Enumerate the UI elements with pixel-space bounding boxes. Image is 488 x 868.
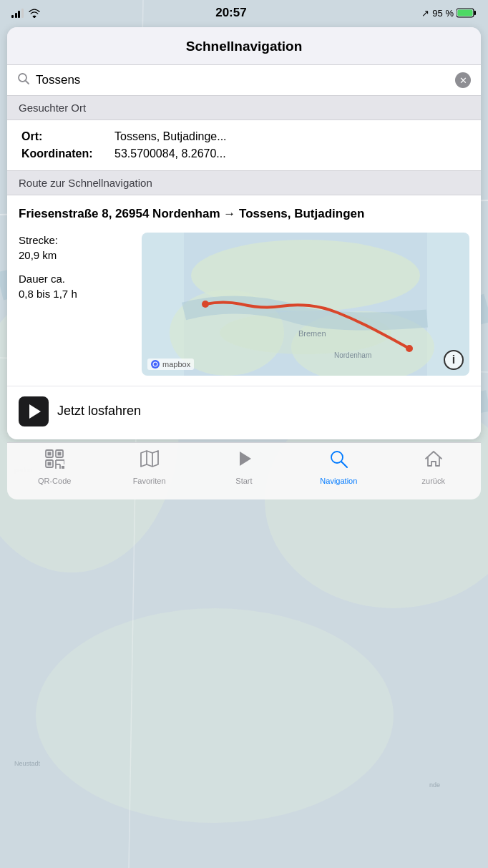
- route-map-thumbnail: Bremen Nordenham mapbox i: [142, 233, 469, 376]
- strecke-stat: Strecke:20,9 km: [19, 233, 133, 263]
- tab-label-favoriten: Favoriten: [133, 477, 166, 485]
- clear-button[interactable]: ✕: [455, 72, 471, 88]
- strecke-value: 20,9 km: [19, 249, 57, 261]
- qr-code-icon: [44, 449, 64, 474]
- start-button-wrap: Jetzt losfahren: [7, 386, 481, 439]
- svg-text:Neustadt: Neustadt: [14, 760, 41, 767]
- svg-point-4: [36, 608, 394, 823]
- dauer-stat: Dauer ca.0,8 bis 1,7 h: [19, 271, 133, 301]
- panel-title: Schnellnavigation: [7, 27, 481, 65]
- route-to: Tossens, Butjadingen: [239, 207, 364, 220]
- route-header: Route zur Schnellnavigation: [7, 171, 481, 195]
- svg-line-25: [26, 81, 29, 84]
- battery-percent: 95 %: [432, 8, 454, 19]
- play-triangle-icon: [29, 404, 41, 419]
- play-icon-box: [19, 396, 49, 426]
- route-stats: Strecke:20,9 km Dauer ca.0,8 bis 1,7 h: [19, 233, 133, 386]
- tab-item-navigation[interactable]: Navigation: [317, 449, 360, 485]
- status-bar: 20:57 ↗ 95 %: [0, 0, 488, 24]
- svg-rect-42: [48, 462, 52, 465]
- route-title: Friesenstraße 8, 26954 Nordenham → Tosse…: [19, 205, 469, 223]
- status-left: [11, 8, 41, 18]
- svg-point-34: [406, 345, 413, 352]
- mapbox-logo: mapbox: [147, 359, 194, 370]
- svg-line-53: [342, 462, 348, 467]
- gesuchter-ort-header: Gesuchter Ort: [7, 96, 481, 120]
- svg-marker-51: [240, 452, 251, 466]
- location-info: Ort: Tossens, Butjadinge... Koordinaten:…: [7, 120, 481, 171]
- ort-row: Ort: Tossens, Butjadinge...: [21, 130, 467, 143]
- tab-label-zuruck: zurück: [422, 477, 445, 485]
- route-body: Strecke:20,9 km Dauer ca.0,8 bis 1,7 h B…: [19, 233, 469, 386]
- status-right: ↗ 95 %: [421, 8, 477, 19]
- search-input[interactable]: [36, 73, 449, 87]
- route-content: Friesenstraße 8, 26954 Nordenham → Tosse…: [7, 195, 481, 386]
- start-navigation-button[interactable]: Jetzt losfahren: [19, 396, 141, 426]
- svg-rect-48: [62, 466, 64, 469]
- svg-text:Nordenham: Nordenham: [334, 351, 371, 359]
- search-icon: [17, 72, 30, 88]
- route-arrow: →: [223, 207, 235, 220]
- start-label: Jetzt losfahren: [57, 404, 141, 419]
- svg-text:nde: nde: [429, 781, 440, 789]
- svg-rect-23: [458, 10, 473, 16]
- main-panel: Schnellnavigation ✕ Gesuchter Ort Ort: T…: [7, 27, 481, 439]
- koordinaten-label: Koordinaten:: [21, 147, 114, 160]
- info-button[interactable]: i: [444, 350, 464, 370]
- search-bar[interactable]: ✕: [7, 65, 481, 96]
- ort-label: Ort:: [21, 130, 114, 143]
- tab-label-start: Start: [235, 477, 252, 485]
- svg-rect-22: [474, 11, 477, 15]
- location-icon: ↗: [421, 8, 429, 19]
- tab-label-qr: QR-Code: [38, 477, 71, 485]
- koordinaten-row: Koordinaten: 53.5700084, 8.2670...: [21, 147, 467, 160]
- ort-value: Tossens, Butjadinge...: [114, 130, 227, 143]
- signal-icon: [11, 8, 24, 18]
- svg-point-35: [151, 360, 160, 369]
- tab-item-zuruck[interactable]: zurück: [412, 449, 455, 485]
- koordinaten-value: 53.5700084, 8.2670...: [114, 147, 226, 160]
- svg-point-52: [331, 452, 343, 463]
- svg-point-33: [202, 301, 209, 308]
- search-nav-icon: [328, 449, 348, 474]
- tab-item-favoriten[interactable]: Favoriten: [128, 449, 171, 485]
- map-icon: [140, 449, 160, 474]
- route-from: Friesenstraße 8, 26954 Nordenham: [19, 207, 220, 220]
- wifi-icon: [28, 8, 41, 18]
- tab-label-navigation: Navigation: [320, 477, 357, 485]
- status-time: 20:57: [215, 6, 246, 20]
- dauer-value: 0,8 bis 1,7 h: [19, 288, 77, 300]
- panel-heading: Schnellnavigation: [21, 39, 467, 54]
- home-icon: [424, 449, 444, 474]
- svg-rect-40: [58, 452, 62, 455]
- tab-item-start[interactable]: Start: [223, 449, 265, 485]
- battery-icon: [457, 8, 477, 18]
- svg-text:Bremen: Bremen: [298, 329, 326, 338]
- svg-rect-38: [48, 452, 52, 455]
- tab-bar: QR-Code Favoriten Start Navigati: [7, 442, 481, 499]
- play-nav-icon: [234, 449, 254, 474]
- tab-item-qr[interactable]: QR-Code: [33, 449, 76, 485]
